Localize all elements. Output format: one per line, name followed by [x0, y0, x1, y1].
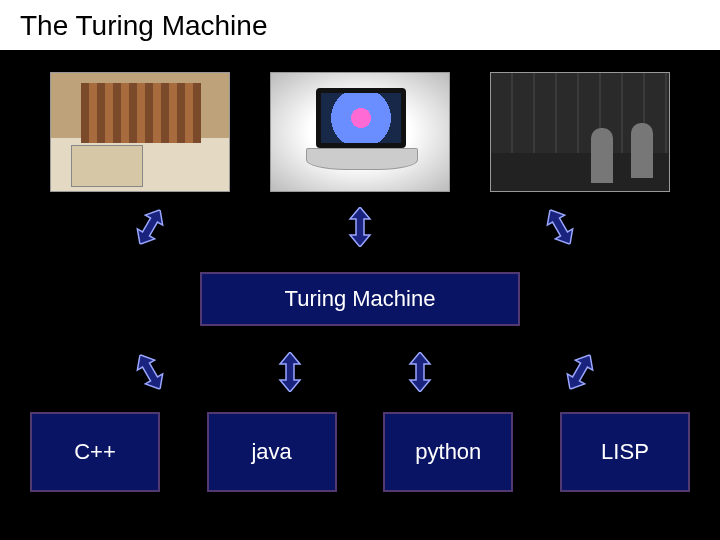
diagram-canvas: Turing Machine C++ java python LISP: [0, 52, 720, 540]
lang-label: LISP: [601, 439, 649, 465]
svg-marker-0: [131, 205, 168, 250]
slide-title: The Turing Machine: [20, 10, 700, 42]
arrow-eniac-tm: [533, 200, 588, 255]
arrow-tm-python: [400, 352, 440, 392]
mainframe-image: [50, 72, 230, 192]
svg-marker-2: [541, 205, 578, 250]
title-bar: The Turing Machine: [0, 0, 720, 52]
eniac-image: [490, 72, 670, 192]
arrow-tm-cpp: [123, 345, 178, 400]
svg-marker-1: [350, 207, 370, 247]
image-row: [0, 72, 720, 192]
lang-label: java: [251, 439, 291, 465]
lang-box-lisp: LISP: [560, 412, 690, 492]
turing-machine-label: Turing Machine: [285, 286, 436, 312]
svg-marker-5: [410, 352, 430, 392]
language-row: C++ java python LISP: [0, 412, 720, 492]
lang-box-python: python: [383, 412, 513, 492]
arrow-mainframe-tm: [123, 200, 178, 255]
lang-label: python: [415, 439, 481, 465]
lang-label: C++: [74, 439, 116, 465]
arrow-laptop-tm: [340, 207, 380, 247]
turing-machine-box: Turing Machine: [200, 272, 520, 326]
lang-box-java: java: [207, 412, 337, 492]
arrow-tm-java: [270, 352, 310, 392]
svg-marker-4: [280, 352, 300, 392]
arrow-tm-lisp: [553, 345, 608, 400]
svg-marker-3: [131, 350, 168, 395]
laptop-image: [270, 72, 450, 192]
lang-box-cpp: C++: [30, 412, 160, 492]
svg-marker-6: [561, 350, 598, 395]
